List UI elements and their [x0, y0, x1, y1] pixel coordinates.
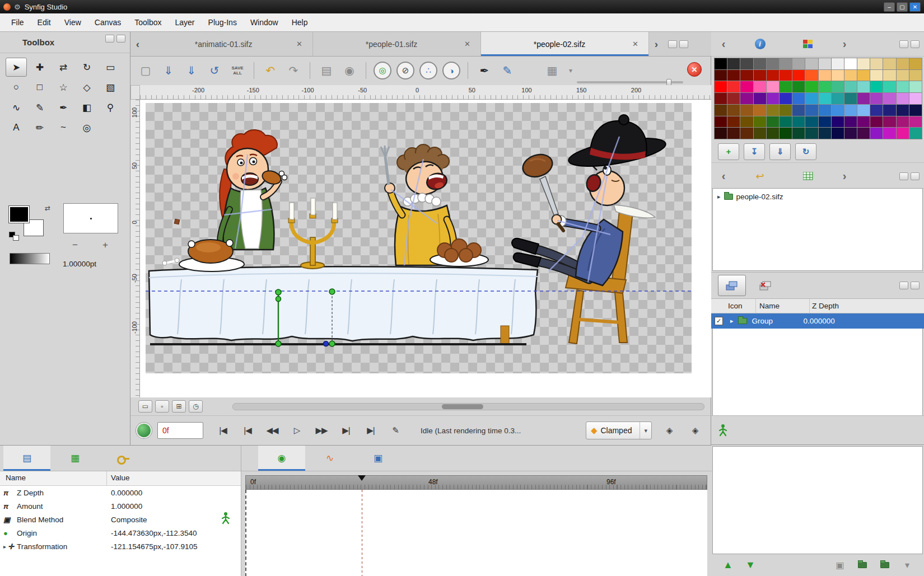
palette-swatch[interactable]	[844, 81, 857, 92]
seek-begin-button[interactable]: |◀	[211, 421, 235, 440]
tabs-prev-icon[interactable]: ‹	[130, 32, 145, 56]
palette-swatch[interactable]	[715, 81, 727, 92]
preview-button[interactable]: ◉	[339, 60, 360, 81]
tab-library[interactable]	[100, 446, 147, 471]
palette-swatch[interactable]	[792, 70, 805, 81]
spline-tool[interactable]: ∿	[6, 98, 27, 117]
layer-row[interactable]: ✓▸Group0.000000	[711, 313, 924, 329]
palette-swatch[interactable]	[754, 128, 766, 139]
dock-button[interactable]	[679, 40, 688, 48]
grid-options-dropdown[interactable]: ▾	[564, 60, 577, 81]
palette-swatch[interactable]	[870, 128, 883, 139]
duplicate-layer-button[interactable]: ▣	[829, 557, 851, 574]
dock-button[interactable]	[899, 172, 908, 180]
palette-swatch[interactable]	[767, 93, 779, 104]
palette-swatch[interactable]	[805, 70, 818, 81]
palette-swatch[interactable]	[909, 105, 922, 116]
palette-swatch[interactable]	[819, 93, 831, 104]
new-layer-button[interactable]	[874, 557, 896, 574]
palette-swatch[interactable]	[870, 93, 883, 104]
palette-swatch[interactable]	[819, 116, 831, 128]
palette-swatch[interactable]	[767, 58, 779, 69]
dock-button[interactable]	[668, 40, 677, 48]
palette-swatch[interactable]	[727, 93, 740, 104]
palette-swatch[interactable]	[805, 58, 818, 69]
palette-swatch[interactable]	[805, 105, 818, 116]
tab-params[interactable]: ▤	[3, 446, 50, 471]
animate-pin-button[interactable]: ✎	[497, 60, 518, 81]
param-row[interactable]: ●Origin-144.473630px,-112.3540	[0, 526, 241, 540]
default-gradient-swatch[interactable]	[10, 253, 50, 264]
palette-swatch[interactable]	[715, 58, 727, 69]
save-palette-button[interactable]: ⇓	[769, 143, 791, 160]
next-panel-icon[interactable]: ›	[832, 170, 857, 182]
redo-button[interactable]: ↷	[283, 60, 304, 81]
palette-swatch[interactable]	[857, 93, 870, 104]
lowres-preview-button[interactable]: ▫	[155, 400, 169, 413]
layer-menu-dropdown[interactable]: ▾	[896, 557, 918, 574]
palette-swatch[interactable]	[754, 58, 766, 69]
tab-timetrack[interactable]: ◉	[258, 446, 305, 471]
palette-swatch[interactable]	[767, 128, 779, 139]
palette-swatch[interactable]	[727, 128, 740, 139]
palette-swatch[interactable]	[715, 70, 727, 81]
palette-swatch[interactable]	[780, 128, 792, 139]
tab-close-icon[interactable]: ✕	[462, 39, 473, 49]
palette-swatch[interactable]	[897, 105, 909, 116]
palette-swatch[interactable]	[909, 116, 922, 128]
canvas-horizontal-scrollbar[interactable]	[232, 403, 704, 410]
palette-swatch[interactable]	[727, 58, 740, 69]
param-row[interactable]: ▣Blend MethodComposite	[0, 513, 241, 526]
reset-colors-icon[interactable]	[13, 235, 19, 241]
width-tool[interactable]: ~	[53, 118, 74, 137]
palette-swatch[interactable]	[844, 128, 857, 139]
prev-panel-icon[interactable]: ‹	[711, 170, 736, 182]
palette-swatch[interactable]	[883, 81, 895, 92]
palette-tab-icon[interactable]	[784, 40, 832, 49]
transform-tool[interactable]: ➤	[6, 58, 27, 77]
palette-swatch[interactable]	[883, 105, 895, 116]
tab-curves[interactable]: ∿	[306, 446, 353, 471]
palette-swatch[interactable]	[832, 116, 844, 128]
dock-button[interactable]	[899, 282, 908, 289]
palette-swatch[interactable]	[740, 58, 753, 69]
layers-list-empty[interactable]	[712, 329, 923, 415]
import-palette-button[interactable]: ↧	[744, 143, 765, 160]
palette-swatch[interactable]	[897, 58, 909, 69]
smooth-move-tool[interactable]: ✚	[29, 58, 50, 77]
param-row[interactable]: ▸✛Transformation-121.154675px,-107.9105	[0, 540, 241, 553]
palette-swatch[interactable]	[857, 81, 870, 92]
canvases-tab-button[interactable]	[752, 275, 780, 296]
palette-swatch[interactable]	[754, 81, 766, 92]
palette-swatch[interactable]	[819, 105, 831, 116]
lowres-toggle-button[interactable]: ◎	[374, 62, 391, 79]
palette-swatch[interactable]	[819, 81, 831, 92]
param-row[interactable]: πAmount1.000000	[0, 499, 241, 513]
palette-swatch[interactable]	[897, 70, 909, 81]
palette-swatch[interactable]	[832, 70, 844, 81]
refresh-palette-button[interactable]: ↻	[795, 143, 816, 160]
palette-swatch[interactable]	[883, 128, 895, 139]
increase-brush-button[interactable]: +	[99, 240, 112, 251]
palette-swatch[interactable]	[805, 81, 818, 92]
onion-skin-toggle-button[interactable]: ◑	[442, 62, 460, 79]
palette-swatch[interactable]	[844, 116, 857, 128]
palette-swatch[interactable]	[792, 93, 805, 104]
palette-swatch[interactable]	[883, 116, 895, 128]
palette-swatch[interactable]	[897, 93, 909, 104]
param-row[interactable]: πZ Depth0.000000	[0, 486, 241, 499]
palette-swatch[interactable]	[870, 81, 883, 92]
chevron-down-icon[interactable]: ▾	[640, 422, 651, 439]
palette-swatch[interactable]	[844, 105, 857, 116]
seek-next-frame-button[interactable]: ▶▶	[310, 421, 333, 440]
menu-file[interactable]: File	[4, 15, 31, 30]
palette-swatch[interactable]	[805, 93, 818, 104]
palette-swatch[interactable]	[780, 81, 792, 92]
grid-toggle-button[interactable]: ▦	[542, 60, 563, 81]
lower-layer-button[interactable]: ▼	[739, 557, 762, 574]
palette-swatch[interactable]	[844, 58, 857, 69]
circle-tool[interactable]: ○	[6, 78, 27, 97]
menu-toolbox[interactable]: Toolbox	[128, 15, 168, 30]
palette-swatch[interactable]	[740, 105, 753, 116]
palette-swatch[interactable]	[727, 70, 740, 81]
